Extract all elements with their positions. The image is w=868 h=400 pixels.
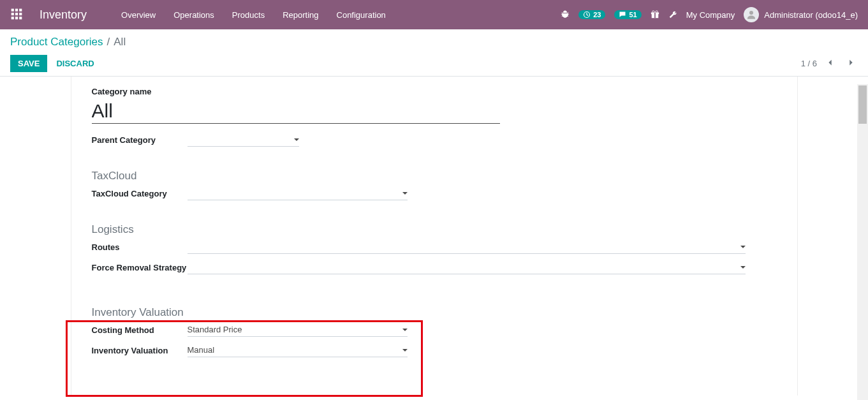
pager: 1 / 6 [801, 56, 858, 71]
app-brand[interactable]: Inventory [40, 8, 87, 22]
chevron-down-icon [740, 266, 746, 269]
section-title-taxcloud: TaxCloud [92, 170, 777, 182]
chevron-down-icon [740, 246, 746, 248]
bug-icon[interactable] [561, 10, 570, 19]
discard-button[interactable]: Discard [56, 59, 94, 68]
company-selector[interactable]: My Company [686, 10, 735, 20]
user-menu[interactable]: Administrator (odoo14_e) [744, 7, 858, 22]
nav-item-configuration[interactable]: Configuration [328, 0, 395, 29]
force-removal-strategy-select[interactable] [188, 260, 746, 274]
breadcrumb-separator: / [107, 36, 110, 48]
svg-rect-5 [19, 13, 22, 15]
section-title-inventory-valuation: Inventory Valuation [92, 306, 777, 319]
chat-badge-count: 51 [629, 11, 636, 19]
parent-category-label: Parent Category [92, 135, 188, 145]
nav-item-overview[interactable]: Overview [112, 0, 165, 29]
routes-label: Routes [92, 242, 188, 252]
costing-method-value: Standard Price [188, 325, 399, 334]
clock-badge-count: 23 [593, 11, 601, 19]
svg-point-15 [749, 11, 753, 15]
control-buttons: Save Discard [10, 55, 94, 72]
category-name-input[interactable] [92, 99, 500, 124]
svg-rect-4 [15, 13, 18, 15]
inventory-valuation-label: Inventory Valuation [92, 346, 188, 355]
chevron-down-icon [402, 329, 408, 331]
chevron-down-icon [294, 138, 299, 141]
chevron-down-icon [402, 192, 408, 195]
pager-next[interactable] [844, 56, 858, 71]
costing-method-select[interactable]: Standard Price [188, 323, 408, 337]
pager-text[interactable]: 1 / 6 [801, 59, 817, 68]
inventory-valuation-select[interactable]: Manual [188, 343, 408, 357]
svg-rect-3 [11, 13, 14, 15]
navbar: Inventory Overview Operations Products R… [0, 0, 868, 29]
form-sheet: Category name Parent Category TaxCloud T… [71, 77, 798, 396]
nav-right: 23 51 My Company Administrator (odoo14_e… [561, 7, 858, 22]
clock-badge[interactable]: 23 [578, 10, 605, 19]
routes-select[interactable] [188, 240, 746, 254]
svg-rect-8 [19, 17, 22, 19]
avatar-icon [744, 7, 759, 22]
svg-rect-6 [11, 17, 14, 19]
scrollbar-thumb[interactable] [858, 85, 867, 124]
svg-rect-2 [19, 9, 22, 11]
svg-rect-12 [654, 13, 656, 19]
breadcrumb-current: All [114, 36, 126, 48]
chat-badge[interactable]: 51 [614, 10, 641, 19]
nav-item-products[interactable]: Products [223, 0, 274, 29]
user-name: Administrator (odoo14_e) [764, 10, 858, 20]
parent-category-select[interactable] [188, 133, 299, 147]
nav-menu: Overview Operations Products Reporting C… [112, 0, 395, 29]
costing-method-label: Costing Method [92, 325, 188, 335]
breadcrumb-parent[interactable]: Product Categories [10, 36, 103, 48]
apps-icon[interactable] [10, 8, 24, 22]
control-panel: Product Categories / All Save Discard 1 … [0, 29, 868, 76]
gift-icon[interactable] [651, 10, 659, 19]
inventory-valuation-value: Manual [188, 345, 399, 355]
taxcloud-category-label: TaxCloud Category [92, 189, 188, 198]
category-name-label: Category name [92, 87, 777, 96]
scrollbar[interactable] [857, 84, 868, 400]
svg-rect-7 [15, 17, 18, 19]
force-removal-strategy-label: Force Removal Strategy [92, 263, 188, 272]
pager-prev[interactable] [823, 56, 837, 71]
wrench-icon[interactable] [668, 10, 677, 19]
breadcrumb: Product Categories / All [10, 36, 858, 48]
form-wrap: Category name Parent Category TaxCloud T… [0, 77, 868, 396]
section-title-logistics: Logistics [92, 223, 777, 236]
chevron-down-icon [402, 349, 408, 352]
taxcloud-category-select[interactable] [188, 186, 408, 200]
save-button[interactable]: Save [10, 55, 47, 72]
svg-rect-1 [15, 9, 18, 11]
nav-item-operations[interactable]: Operations [165, 0, 223, 29]
nav-item-reporting[interactable]: Reporting [274, 0, 327, 29]
svg-rect-0 [11, 9, 14, 11]
